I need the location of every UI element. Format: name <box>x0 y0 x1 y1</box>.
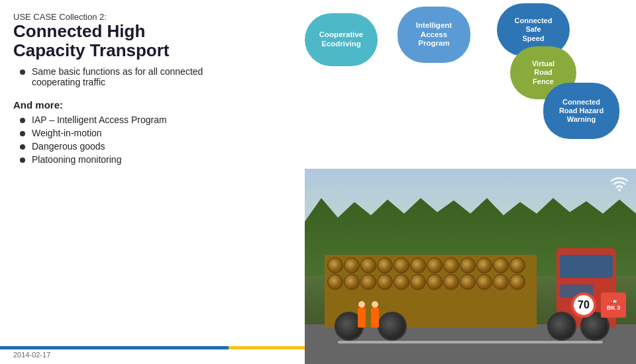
log <box>377 274 393 290</box>
title-line2: Capacity Transport <box>13 40 170 60</box>
bar-yellow <box>229 346 305 349</box>
log <box>344 274 360 290</box>
bullet-dot <box>20 158 25 163</box>
log <box>493 274 509 290</box>
cloud-rhw-label: ConnectedRoad HazardWarning <box>559 98 604 124</box>
cloud-iap-label: IntelligentAccessProgram <box>416 21 452 48</box>
bullet-dot <box>20 118 25 123</box>
title-line1: Connected High <box>13 21 145 41</box>
log <box>509 257 525 273</box>
bullet-text-4: Platooning monitoring <box>32 154 121 165</box>
cloud-container: CooperativeEcodriving IntelligentAccessP… <box>305 0 636 172</box>
bullet-text-2: Weight-in-motion <box>32 128 102 138</box>
svg-point-0 <box>618 189 621 191</box>
left-panel: USE CASE Collection 2: Connected High Ca… <box>0 0 305 364</box>
bullet-dot <box>20 144 25 150</box>
bar-blue <box>0 346 229 349</box>
bullet-text-3: Dangerous goods <box>32 141 105 152</box>
logs-container <box>325 255 537 293</box>
and-more-label: And more: <box>13 99 292 111</box>
list-item: IAP – Intelligent Access Program <box>20 114 292 125</box>
speed-value: 70 <box>578 299 590 311</box>
cloud-iap: IntelligentAccessProgram <box>398 7 470 63</box>
use-case-label: USE CASE Collection 2: <box>13 12 292 22</box>
bullet-text-1: IAP – Intelligent Access Program <box>32 114 167 125</box>
truck-sign-icon: 🚛 <box>610 299 617 304</box>
date-label: 2014-02-17 <box>13 351 50 359</box>
bullet-dot <box>20 131 25 136</box>
wheel-rear-left <box>547 312 576 341</box>
list-item: Weight-in-motion <box>20 128 292 138</box>
cloud-vrf-label: VirtualRoadFence <box>532 60 555 86</box>
log <box>460 274 476 290</box>
main-bullet-section: Same basic functions as for all connecte… <box>20 66 292 87</box>
log <box>443 257 459 273</box>
windshield <box>560 255 613 278</box>
log <box>377 257 393 273</box>
log <box>493 257 509 273</box>
speed-sign: 70 <box>571 293 596 318</box>
log <box>394 274 409 290</box>
log <box>410 257 426 273</box>
log <box>427 274 443 290</box>
cloud-road-hazard-warning: ConnectedRoad HazardWarning <box>543 83 619 139</box>
truck-sign-label: BK 3 <box>607 304 621 311</box>
log <box>360 257 376 273</box>
truck-image-area: 70 🚛 BK 3 <box>305 169 636 364</box>
log <box>427 257 443 273</box>
cloud-css-label: ConnectedSafeSpeed <box>515 17 553 43</box>
log <box>509 274 525 290</box>
persons-group <box>358 308 379 328</box>
road-line <box>338 341 603 343</box>
truck-sign: 🚛 BK 3 <box>601 293 626 318</box>
main-bullet-item: Same basic functions as for all connecte… <box>20 66 292 87</box>
sub-bullets: IAP – Intelligent Access Program Weight-… <box>20 114 292 165</box>
person-figure <box>371 308 379 328</box>
cloud-eco-label: CooperativeEcodriving <box>319 30 363 49</box>
log <box>476 257 492 273</box>
wifi-signal-icon <box>610 175 629 197</box>
log <box>460 257 476 273</box>
log <box>443 274 459 290</box>
log <box>394 257 409 273</box>
log <box>360 274 376 290</box>
log <box>410 274 426 290</box>
cloud-ecodriving: CooperativeEcodriving <box>305 13 378 66</box>
list-item: Platooning monitoring <box>20 154 292 165</box>
main-title: Connected High Capacity Transport <box>13 22 292 60</box>
log <box>476 274 492 290</box>
list-item: Dangerous goods <box>20 141 292 152</box>
truck-background: 70 🚛 BK 3 <box>305 169 636 364</box>
bottom-bar <box>0 346 305 349</box>
log <box>327 274 343 290</box>
main-bullet-text: Same basic functions as for all connecte… <box>32 66 203 87</box>
title-block: USE CASE Collection 2: Connected High Ca… <box>13 12 292 60</box>
log <box>344 257 360 273</box>
log <box>327 257 343 273</box>
wheel-front-right <box>378 312 407 341</box>
bullet-dot <box>20 69 25 75</box>
person-figure <box>358 308 366 328</box>
